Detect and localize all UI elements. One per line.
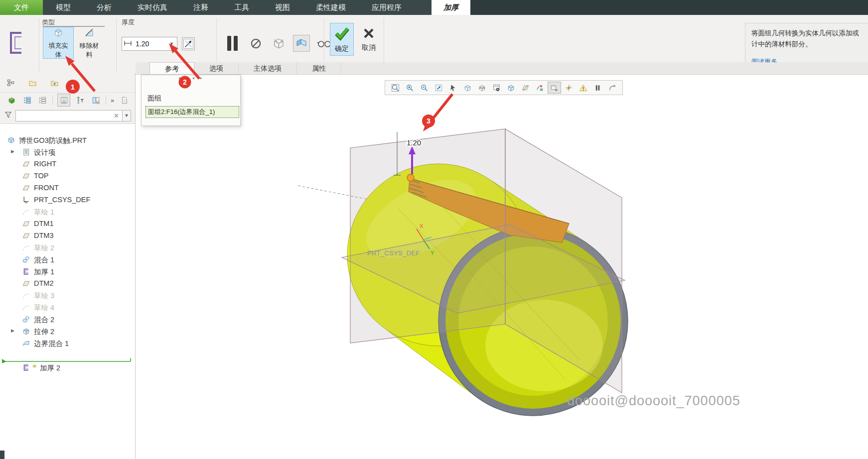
tree-item-pending[interactable]: ✳加厚 2 xyxy=(0,362,135,373)
unattached-preview-icon[interactable] xyxy=(270,35,287,52)
shading-icon[interactable] xyxy=(461,82,474,94)
panel-grip-handle[interactable]: ● ● ● ● xyxy=(142,75,240,81)
collapse-rows-icon[interactable] xyxy=(37,95,48,106)
expand-arrow-icon[interactable]: ▶ xyxy=(11,149,14,154)
attached-preview-icon[interactable] xyxy=(293,35,310,52)
pause-small-icon[interactable] xyxy=(591,82,604,94)
annotation-display-icon[interactable] xyxy=(533,82,547,94)
thickness-input[interactable]: 1.20 ▼ xyxy=(122,37,177,51)
dashboard-tab[interactable]: 属性 xyxy=(297,62,341,74)
quilt-group-label: 面组 xyxy=(147,94,161,103)
menu-item[interactable]: 视图 xyxy=(262,0,303,15)
graphics-toolbar xyxy=(385,80,623,95)
more-chevron-icon[interactable]: » xyxy=(111,97,114,104)
viewport-3d[interactable]: 1.20 X Y PRT_CSYS_DEF dooooit@dooooit_70… xyxy=(136,75,868,459)
tree-item[interactable]: 博世GO3防误触.PRT xyxy=(0,135,135,146)
open-document-icon[interactable] xyxy=(119,95,130,106)
tree-item[interactable]: PRT_CSYS_DEF xyxy=(0,195,135,206)
tab-thicken-active[interactable]: 加厚 xyxy=(432,0,470,15)
menu-item[interactable]: 应用程序 xyxy=(359,0,415,15)
dimension-value-label[interactable]: 1.20 xyxy=(407,138,421,147)
cancel-button[interactable]: 取消 xyxy=(357,23,381,56)
dashboard-tab[interactable]: 选项 xyxy=(194,62,239,74)
tree-filter-icon[interactable] xyxy=(75,95,86,106)
tree-item[interactable]: DTM2 xyxy=(0,278,135,289)
menu-item[interactable]: 工具 xyxy=(221,0,262,15)
tree-item[interactable]: 混合 2 xyxy=(0,314,135,325)
display-filters-icon[interactable] xyxy=(548,82,561,94)
window-corner xyxy=(0,451,4,459)
zoom-window-icon[interactable] xyxy=(389,82,402,94)
remove-material-icon xyxy=(83,26,95,40)
tree-item[interactable]: DTM1 xyxy=(0,219,135,230)
column-settings-icon[interactable] xyxy=(90,95,101,106)
tree-item[interactable]: 混合 1 xyxy=(0,254,135,265)
cube-green-icon[interactable] xyxy=(6,95,17,106)
refit-icon[interactable] xyxy=(432,82,445,94)
funnel-icon xyxy=(4,111,12,121)
thicken-icon xyxy=(22,267,30,278)
tree-item[interactable]: FRONT xyxy=(0,183,135,194)
tree-item[interactable]: DTM3 xyxy=(0,230,135,241)
warning-icon[interactable] xyxy=(577,82,590,94)
remove-material-button[interactable]: 移除材料 xyxy=(74,27,105,59)
thickness-dropdown-caret[interactable]: ▼ xyxy=(168,41,175,46)
dashboard-tab[interactable]: 主体选项 xyxy=(239,62,297,74)
tree-item[interactable]: 加厚 1 xyxy=(0,266,135,277)
folder-history-icon[interactable] xyxy=(27,77,38,88)
tree-item[interactable]: TOP xyxy=(0,171,135,182)
thickness-controls: 1.20 ▼ xyxy=(122,37,195,51)
folder-star-icon[interactable] xyxy=(49,77,60,88)
svg-text:X: X xyxy=(420,223,424,229)
tree-item[interactable]: ▶设计项 xyxy=(0,147,135,158)
expand-arrow-icon[interactable]: ▶ xyxy=(11,328,14,333)
thickness-value[interactable]: 1.20 xyxy=(135,40,168,48)
datum-display-icon[interactable] xyxy=(519,82,532,94)
tree-item[interactable]: ▶拉伸 2 xyxy=(0,326,135,337)
selected-quilt-reference[interactable]: 面组2:F16(边界混合_1) xyxy=(145,106,239,118)
menu-item[interactable]: 实时仿真 xyxy=(125,0,180,15)
tooltip-text-line1: 将面组几何转换为实体几何以添加或 xyxy=(751,28,868,39)
check-icon xyxy=(333,26,350,42)
menu-items: 模型分析实时仿真注释工具视图柔性建模应用程序 xyxy=(43,0,415,15)
dashboard-tab[interactable]: 参考 xyxy=(149,62,194,74)
section-icon[interactable] xyxy=(475,82,489,94)
no-preview-icon[interactable] xyxy=(247,35,264,52)
part-icon xyxy=(7,136,15,146)
tree-search-input[interactable] xyxy=(15,110,123,121)
saved-views-icon[interactable] xyxy=(504,82,518,94)
flip-direction-button[interactable] xyxy=(182,37,195,50)
model-tree-icon[interactable] xyxy=(5,77,16,88)
pending-marker-icon: ✳ xyxy=(32,363,37,370)
tree-columns-icon[interactable] xyxy=(57,94,70,107)
model-scene[interactable]: 1.20 X Y PRT_CSYS_DEF dooooit@dooooit_70… xyxy=(136,75,868,459)
flip-arrow-icon[interactable] xyxy=(605,82,619,94)
tree-item[interactable]: 草绘 3 xyxy=(0,290,135,301)
fill-solid-button[interactable]: 填充实体 xyxy=(43,27,74,59)
tree-item[interactable]: 边界混合 1 xyxy=(0,338,135,349)
zoom-out-icon[interactable] xyxy=(418,82,431,94)
creo-window: 文件 模型分析实时仿真注释工具视图柔性建模应用程序 加厚 类型 填充实体 移除材… xyxy=(0,0,868,459)
tree-item[interactable]: 草绘 1 xyxy=(0,207,135,218)
expand-rows-icon[interactable] xyxy=(21,95,32,106)
view-manager-icon[interactable] xyxy=(490,82,503,94)
tree-search-row: ✕ ▼ xyxy=(0,108,135,124)
zoom-in-icon[interactable] xyxy=(403,82,417,94)
spin-center-icon[interactable] xyxy=(562,82,576,94)
pause-icon[interactable] xyxy=(224,35,241,52)
search-dropdown-button[interactable]: ▼ xyxy=(122,110,131,121)
file-menu-button[interactable]: 文件 xyxy=(0,0,43,15)
ok-button[interactable]: 确定 xyxy=(330,23,354,56)
tree-item[interactable]: RIGHT xyxy=(0,159,135,170)
tree-item[interactable]: 草绘 4 xyxy=(0,302,135,313)
menu-item[interactable]: 模型 xyxy=(43,0,84,15)
tree-item[interactable]: 草绘 2 xyxy=(0,242,135,253)
clear-search-icon[interactable]: ✕ xyxy=(114,112,119,119)
drag-handle-dot[interactable] xyxy=(407,174,414,181)
menu-item[interactable]: 柔性建模 xyxy=(303,0,359,15)
model-tree-panel: » ✕ ▼ 博世GO3防误触.PRT▶设计项RIGHTTOPFRONTPRT_C… xyxy=(0,73,136,459)
repaint-icon[interactable] xyxy=(446,82,460,94)
tooltip-text-line2: 计中的薄材料部分。 xyxy=(751,39,868,50)
menu-item[interactable]: 注释 xyxy=(180,0,221,15)
menu-item[interactable]: 分析 xyxy=(84,0,125,15)
